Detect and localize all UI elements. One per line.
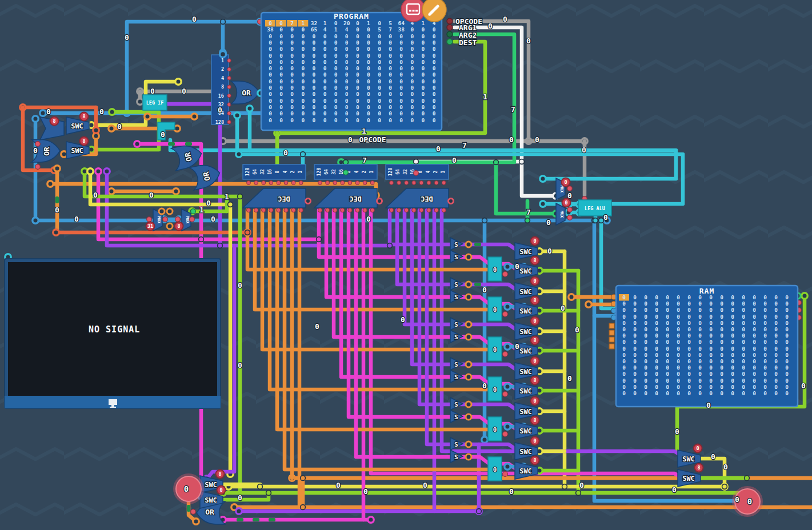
memory-cell: 0 (334, 104, 338, 110)
memory-cell: 0 (334, 78, 338, 85)
wire-node (234, 113, 240, 118)
memory-cell: 0 (742, 390, 745, 396)
memory-cell: 0 (720, 300, 723, 307)
memory-cell: 0 (753, 307, 756, 313)
memory-cell: 0 (410, 117, 414, 123)
memory-cell: 0 (698, 326, 702, 332)
wire-value-label: 0 (46, 107, 51, 116)
memory-cell: 0 (785, 384, 789, 390)
wire-value-label: 0 (149, 191, 154, 199)
memory-cell: 0 (687, 378, 691, 384)
memory-cell: 0 (698, 339, 702, 345)
bit-label: 128 (388, 168, 393, 176)
memory-cell: 0 (698, 358, 702, 364)
memory-cell: 0 (698, 294, 702, 300)
pin (246, 208, 250, 212)
memory-cell: 0 (655, 390, 658, 396)
register-value: 0 (493, 466, 497, 473)
memory-cell: 0 (410, 98, 414, 104)
pin (348, 208, 352, 212)
memory-cell: 0 (785, 390, 789, 396)
ram-memory[interactable]: RAM 000000000000000000000000000000000000… (616, 286, 798, 407)
bit-label: 1 (221, 58, 224, 63)
memory-cell: 0 (785, 326, 789, 332)
memory-cell: 0 (323, 85, 327, 91)
bit-label: 2 (221, 66, 224, 72)
arg2-pin[interactable] (447, 31, 453, 37)
memory-cell: 0 (345, 117, 349, 123)
memory-cell: 0 (378, 59, 381, 65)
memory-cell: 0 (399, 53, 403, 59)
memory-cell: 0 (433, 98, 436, 104)
bit-label: 128 (215, 119, 224, 125)
pin (269, 208, 273, 212)
register[interactable]: 0 (488, 337, 502, 361)
memory-cell: 0 (785, 314, 789, 320)
memory-cell: 0 (763, 378, 767, 384)
register[interactable]: 0 (488, 257, 502, 281)
badge-value: 8 (53, 118, 55, 124)
input-button-left[interactable]: 0 (173, 473, 204, 504)
register[interactable]: 0 (488, 417, 502, 441)
leg-if-component[interactable]: LEG IF (143, 95, 167, 110)
memory-cell: 0 (622, 358, 626, 364)
memory-cell: 0 (720, 371, 723, 377)
register[interactable]: 0 (488, 377, 502, 401)
memory-cell: 0 (290, 110, 294, 117)
dest-pin[interactable] (447, 39, 453, 45)
opcode-pin[interactable] (447, 18, 453, 24)
memory-cell: 0 (334, 110, 338, 117)
pin (348, 181, 352, 185)
memory-cell: 0 (313, 110, 316, 117)
register[interactable]: 0 (488, 457, 502, 481)
memory-cell: 65 (311, 26, 318, 33)
memory-cell: 0 (313, 98, 316, 104)
pin (306, 199, 311, 204)
memory-cell: 0 (753, 346, 756, 352)
wire-value-label: 0 (515, 342, 519, 351)
memory-cell: 0 (422, 117, 425, 123)
memory-cell: 0 (279, 26, 283, 33)
register[interactable]: 0 (488, 297, 502, 321)
swc-label: SWC (519, 328, 532, 336)
program-memory[interactable]: PROGRAM 00713210200105644143800065414005… (261, 12, 442, 130)
memory-cell: 0 (698, 332, 702, 339)
memory-cell: 0 (785, 371, 789, 377)
memory-cell: 0 (709, 364, 713, 371)
register-value: 0 (493, 386, 497, 394)
memory-cell: 0 (731, 320, 734, 326)
memory-cell: 0 (422, 85, 425, 91)
wire-junction (301, 505, 306, 510)
pin (609, 337, 614, 342)
memory-cell: 0 (698, 314, 702, 320)
memory-cell: 0 (269, 98, 272, 104)
memory-cell: 0 (644, 390, 647, 396)
memory-cell: 0 (644, 378, 647, 384)
memory-cell: 0 (785, 320, 789, 326)
memory-cell: 0 (313, 91, 316, 97)
wire-node (109, 109, 115, 115)
pin (412, 208, 416, 212)
s-label: S (454, 241, 458, 248)
memory-cell: 0 (345, 110, 349, 117)
monitor-screen[interactable]: NO SIGNAL (5, 259, 221, 408)
pin (326, 181, 330, 185)
wire-value-label: 0 (150, 87, 155, 95)
wire-value-label: 0 (238, 361, 242, 370)
memory-cell: 0 (378, 117, 381, 123)
memory-cell: 0 (378, 104, 381, 110)
arg1-pin[interactable] (447, 25, 453, 30)
memory-cell: 0 (655, 371, 658, 377)
swc-label: SWC (682, 455, 695, 463)
memory-cell: 0 (389, 117, 392, 123)
wire-value-label: 0 (348, 135, 353, 144)
program-editor-button[interactable] (401, 0, 425, 22)
circuit-canvas[interactable]: 1248163264128ORORORORORSWCSWC12864321684… (0, 0, 812, 530)
edit-button[interactable] (422, 0, 446, 22)
memory-cell: 0 (410, 104, 414, 110)
memory-cell: 0 (742, 371, 745, 377)
wire-value-label: 0 (488, 22, 493, 30)
memory-cell: 0 (763, 307, 767, 313)
memory-cell: 0 (313, 59, 316, 65)
wire-value-label: 0 (218, 106, 222, 114)
